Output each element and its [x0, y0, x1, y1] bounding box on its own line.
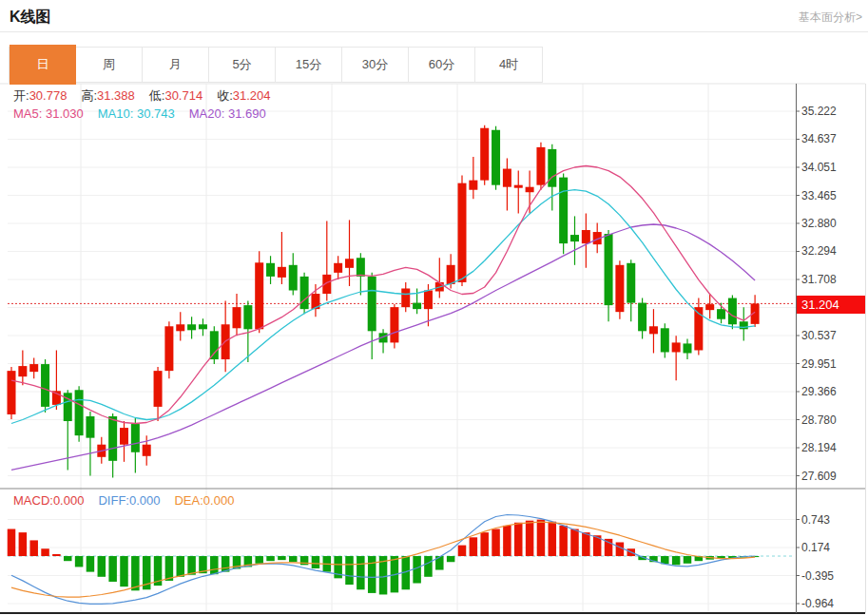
tab-30min[interactable]: 30分 — [342, 48, 409, 82]
macd-axis: 0.7430.174-0.395-0.964 — [796, 513, 834, 611]
kline-page: { "header": { "title": "K线图", "link": "基… — [0, 0, 868, 615]
dea-label: DEA: — [174, 493, 203, 508]
tab-5min[interactable]: 5分 — [209, 48, 276, 82]
price-axis-label: 32.880 — [801, 217, 837, 230]
low-label: 低: — [149, 88, 165, 103]
open-value: 30.778 — [29, 88, 68, 103]
price-axis-label: 28.780 — [801, 413, 837, 427]
tab-day[interactable]: 日 — [10, 45, 76, 85]
tab-week[interactable]: 周 — [76, 48, 143, 82]
macd-axis-label: 0.743 — [801, 513, 830, 527]
price-axis-label: 33.465 — [801, 189, 837, 202]
tab-60min[interactable]: 60分 — [409, 48, 475, 82]
ma20-label: MA20: — [189, 106, 225, 121]
ma5-label: MA5: — [13, 106, 42, 121]
macd-value: 0.000 — [53, 493, 85, 508]
macd-axis-label: -0.964 — [801, 597, 834, 610]
tab-15min[interactable]: 15分 — [276, 48, 342, 82]
ma10-label: MA10: — [98, 106, 134, 121]
high-label: 高: — [81, 88, 97, 103]
diff-label: DIFF: — [98, 493, 129, 508]
macd-axis-label: 0.174 — [801, 541, 830, 554]
price-axis-label: 27.609 — [801, 470, 837, 483]
price-axis-label: 34.637 — [801, 132, 837, 145]
price-axis-label: 35.222 — [801, 105, 837, 118]
price-axis-label: 29.951 — [801, 357, 837, 371]
close-label: 收: — [217, 88, 233, 103]
fundamental-analysis-link[interactable]: 基本面分析> — [799, 10, 862, 26]
price-axis-label: 32.294 — [801, 244, 837, 258]
ma5-value: 31.030 — [46, 106, 84, 121]
diff-value: 0.000 — [129, 493, 161, 508]
low-value: 30.714 — [164, 88, 203, 103]
price-axis-label: 34.051 — [801, 161, 837, 174]
ma10-value: 30.743 — [137, 106, 175, 121]
macd-histogram — [8, 520, 760, 595]
ohlc-legend: 开:30.778 高:31.388 低:30.714 收:31.204 — [13, 87, 271, 105]
macd-label: MACD: — [13, 493, 53, 508]
tab-month[interactable]: 月 — [143, 48, 209, 82]
price-axis: 35.22234.63734.05133.46532.88032.29431.7… — [796, 105, 837, 483]
open-label: 开: — [13, 88, 29, 103]
ma-legend: MA5: 31.030 MA10: 30.743 MA20: 31.690 — [13, 106, 266, 121]
tab-4hour[interactable]: 4时 — [475, 48, 542, 82]
period-tabbar: 日 周 月 5分 15分 30分 60分 4时 — [9, 47, 543, 83]
dea-value: 0.000 — [203, 493, 235, 508]
candles — [8, 125, 760, 478]
close-value: 31.204 — [233, 88, 271, 103]
ma20-value: 31.690 — [228, 106, 266, 121]
page-title: K线图 — [10, 8, 51, 28]
header-divider — [0, 31, 868, 32]
macd-axis-label: -0.395 — [801, 569, 834, 583]
price-axis-label: 31.708 — [801, 273, 837, 286]
ma5-line — [11, 166, 755, 424]
price-axis-label: 29.366 — [801, 385, 837, 398]
high-value: 31.388 — [97, 88, 135, 103]
current-price-tag: 31.204 — [797, 296, 865, 314]
price-axis-label: 28.194 — [801, 441, 837, 454]
macd-legend: MACD:0.000 DIFF:0.000 DEA:0.000 — [13, 493, 234, 508]
price-axis-label: 30.537 — [801, 329, 837, 342]
